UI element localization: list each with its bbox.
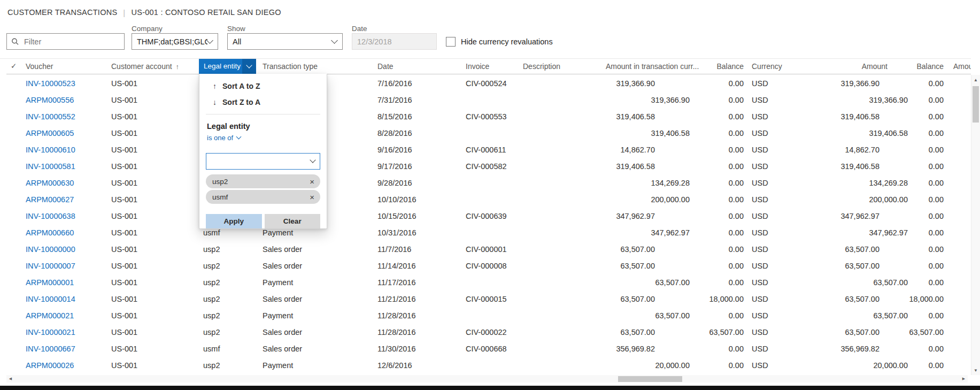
table-row[interactable]: ARPM000660US-001usmfPayment10/31/2016347… bbox=[6, 225, 971, 241]
filter-value-combobox[interactable] bbox=[206, 153, 320, 170]
legal-entity-cell: usmf bbox=[199, 341, 263, 357]
voucher-link[interactable]: ARPM000021 bbox=[26, 308, 111, 324]
voucher-link[interactable]: ARPM000605 bbox=[26, 125, 111, 142]
vertical-scroll-thumb[interactable] bbox=[973, 86, 979, 123]
table-row[interactable]: INV-10000000US-001usp2Sales order11/7/20… bbox=[6, 241, 971, 258]
amount3-cell bbox=[946, 274, 971, 291]
company-select[interactable]: THMF;dat;GBSI;GLC... bbox=[132, 33, 218, 50]
column-header-amount-2[interactable]: Amount bbox=[946, 59, 971, 74]
row-select-cell bbox=[6, 357, 26, 374]
voucher-link[interactable]: INV-10000523 bbox=[26, 75, 111, 92]
sort-ascending-icon: ↑ bbox=[176, 63, 179, 71]
column-header-amount[interactable]: Amount bbox=[790, 59, 909, 74]
scroll-left-icon[interactable]: ◀ bbox=[6, 375, 14, 383]
voucher-link[interactable]: ARPM000660 bbox=[26, 225, 111, 241]
table-row[interactable]: INV-10000552US-0018/15/2016CIV-000553319… bbox=[6, 109, 971, 125]
table-row[interactable]: ARPM000556US-0017/31/2016319,366.900.00U… bbox=[6, 92, 971, 109]
sort-a-to-z-item[interactable]: ↑ Sort A to Z bbox=[199, 78, 327, 94]
legal-entity-filter-chevron[interactable] bbox=[242, 59, 256, 74]
close-icon[interactable]: × bbox=[308, 193, 316, 202]
filter-tag[interactable]: usmf × bbox=[206, 190, 320, 204]
table-row[interactable]: INV-10000638US-00110/15/2016CIV-00063934… bbox=[6, 208, 971, 225]
voucher-link[interactable]: ARPM000556 bbox=[26, 92, 111, 109]
description-cell bbox=[523, 258, 606, 274]
customer-account-cell: US-001 bbox=[111, 274, 199, 291]
filter-tag[interactable]: usp2 × bbox=[206, 174, 320, 188]
row-select-cell bbox=[6, 158, 26, 175]
filter-input[interactable] bbox=[23, 37, 120, 47]
voucher-link[interactable]: INV-10000014 bbox=[26, 291, 111, 308]
legal-entity-filter-header[interactable]: Legal entity bbox=[199, 59, 256, 74]
voucher-link[interactable]: INV-10000638 bbox=[26, 208, 111, 225]
table-row[interactable]: INV-10000667US-001usmfSales order11/30/2… bbox=[6, 341, 971, 357]
customer-account-cell: US-001 bbox=[111, 308, 199, 324]
scroll-right-icon[interactable]: ▶ bbox=[960, 375, 968, 383]
table-row[interactable]: ARPM000630US-0019/28/2016134,269.280.00U… bbox=[6, 175, 971, 192]
table-row[interactable]: INV-10000014US-001usp2Sales order11/21/2… bbox=[6, 291, 971, 308]
close-icon[interactable]: × bbox=[308, 177, 316, 186]
table-row[interactable]: ARPM000627US-00110/10/2016200,000.000.00… bbox=[6, 192, 971, 208]
vertical-scrollbar[interactable]: ▲ ▼ bbox=[971, 75, 980, 375]
currency-cell: USD bbox=[747, 109, 790, 125]
table-row[interactable]: ARPM000605US-0018/28/2016319,406.580.00U… bbox=[6, 125, 971, 142]
voucher-link[interactable]: INV-10000581 bbox=[26, 158, 111, 175]
voucher-link[interactable]: ARPM000001 bbox=[26, 274, 111, 291]
show-select[interactable]: All bbox=[227, 33, 343, 50]
date-cell: 11/21/2016 bbox=[377, 291, 466, 308]
column-header-voucher[interactable]: Voucher bbox=[26, 59, 111, 74]
horizontal-scrollbar[interactable]: ◀ ▶ bbox=[6, 375, 968, 383]
amount-transaction-cell: 200,000.00 bbox=[606, 192, 691, 208]
transaction-type-cell: Sales order bbox=[263, 258, 377, 274]
amount-transaction-cell: 319,366.90 bbox=[606, 92, 691, 109]
column-header-currency[interactable]: Currency bbox=[747, 59, 790, 74]
table-row[interactable]: ARPM000021US-001usp2Payment11/28/201663,… bbox=[6, 308, 971, 324]
column-header-balance[interactable]: Balance bbox=[691, 59, 747, 74]
currency-cell: USD bbox=[747, 308, 790, 324]
filter-operator-selector[interactable]: is one of bbox=[199, 132, 327, 143]
scroll-down-icon[interactable]: ▼ bbox=[971, 366, 980, 374]
column-header-transaction-type[interactable]: Transaction type bbox=[263, 59, 377, 74]
balance2-cell: 0.00 bbox=[909, 75, 946, 92]
table-row[interactable]: ARPM000026US-001usp2Payment12/6/201620,0… bbox=[6, 357, 971, 374]
horizontal-scroll-thumb[interactable] bbox=[618, 376, 682, 382]
date-cell: 10/10/2016 bbox=[377, 192, 466, 208]
scroll-up-icon[interactable]: ▲ bbox=[971, 75, 980, 84]
column-header-description[interactable]: Description bbox=[523, 59, 606, 74]
table-row[interactable]: INV-10000523US-0017/16/2016CIV-000524319… bbox=[6, 75, 971, 92]
voucher-link[interactable]: INV-10000610 bbox=[26, 142, 111, 158]
customer-account-cell: US-001 bbox=[111, 109, 199, 125]
voucher-link[interactable]: INV-10000552 bbox=[26, 109, 111, 125]
column-header-balance-2[interactable]: Balance bbox=[909, 59, 946, 74]
voucher-link[interactable]: ARPM000630 bbox=[26, 175, 111, 192]
table-row[interactable]: INV-10000581US-0019/17/2016CIV-000582319… bbox=[6, 158, 971, 175]
hide-revaluations-checkbox[interactable] bbox=[446, 37, 456, 47]
column-header-customer-account[interactable]: Customer account↑ bbox=[111, 59, 199, 74]
voucher-link[interactable]: INV-10000021 bbox=[26, 324, 111, 341]
table-row[interactable]: INV-10000610US-0019/16/2016CIV-00061114,… bbox=[6, 142, 971, 158]
apply-button[interactable]: Apply bbox=[206, 214, 262, 228]
show-label: Show bbox=[227, 25, 245, 33]
voucher-link[interactable]: INV-10000000 bbox=[26, 241, 111, 258]
currency-cell: USD bbox=[747, 291, 790, 308]
table-row[interactable]: INV-10000021US-001usp2Sales order11/28/2… bbox=[6, 324, 971, 341]
date-cell: 7/31/2016 bbox=[377, 92, 466, 109]
voucher-link[interactable]: ARPM000026 bbox=[26, 357, 111, 374]
date-field: 12/3/2018 bbox=[352, 33, 437, 50]
table-row[interactable]: INV-10000007US-001usp2Sales order11/14/2… bbox=[6, 258, 971, 274]
column-header-amount-transaction[interactable]: Amount in transaction curr... bbox=[606, 59, 691, 74]
clear-button[interactable]: Clear bbox=[265, 214, 321, 228]
column-header-date[interactable]: Date bbox=[377, 59, 466, 74]
amount-transaction-cell: 319,406.58 bbox=[606, 109, 691, 125]
table-row[interactable]: ARPM000001US-001usp2Payment11/17/201663,… bbox=[6, 274, 971, 291]
sort-z-to-a-item[interactable]: ↓ Sort Z to A bbox=[199, 94, 327, 110]
voucher-link[interactable]: INV-10000007 bbox=[26, 258, 111, 274]
date-cell: 11/7/2016 bbox=[377, 241, 466, 258]
hide-revaluations-checkbox-group[interactable]: Hide currency revaluations bbox=[446, 37, 553, 47]
voucher-link[interactable]: ARPM000627 bbox=[26, 192, 111, 208]
customer-account-cell: US-001 bbox=[111, 125, 199, 142]
select-all-header[interactable]: ✓ bbox=[6, 59, 26, 74]
voucher-link[interactable]: INV-10000667 bbox=[26, 341, 111, 357]
column-header-invoice[interactable]: Invoice bbox=[466, 59, 523, 74]
amount-transaction-cell: 319,366.90 bbox=[606, 75, 691, 92]
grid-header-row: ✓ Voucher Customer account↑ Legal entity… bbox=[6, 59, 971, 74]
